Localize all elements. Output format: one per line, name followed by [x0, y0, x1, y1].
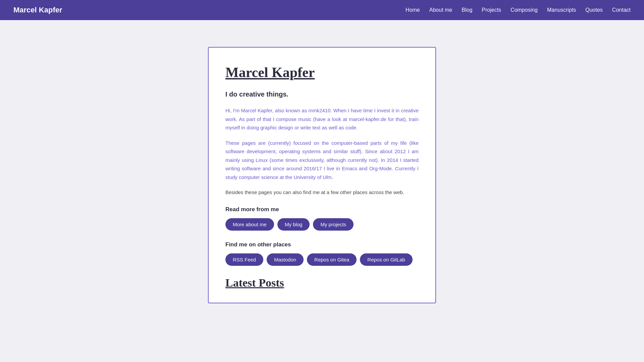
site-title: Marcel Kapfer	[13, 6, 62, 14]
nav-item-blog[interactable]: Blog	[462, 7, 472, 13]
tagline: I do creative things.	[225, 90, 419, 98]
nav-item-manuscripts[interactable]: Manuscripts	[547, 7, 576, 13]
read-more-buttons: More about meMy blogMy projects	[225, 218, 419, 231]
find-me-heading: Find me on other places	[225, 241, 419, 248]
nav-item-quotes[interactable]: Quotes	[585, 7, 603, 13]
btn-my-blog[interactable]: My blog	[277, 218, 310, 231]
btn-mastodon[interactable]: Mastodon	[267, 253, 304, 266]
nav-item-about-me[interactable]: About me	[429, 7, 452, 13]
btn-my-projects[interactable]: My projects	[313, 218, 354, 231]
intro-paragraph-1: Hi, I'm Marcel Kapfer, also known as mmk…	[225, 106, 419, 132]
site-header: Marcel Kapfer HomeAbout meBlogProjectsCo…	[0, 0, 644, 20]
btn-repos-on-gitlab[interactable]: Repos on GitLab	[360, 253, 413, 266]
page-content: Marcel Kapfer I do creative things. Hi, …	[0, 20, 644, 330]
btn-more-about-me[interactable]: More about me	[225, 218, 274, 231]
page-title: Marcel Kapfer	[225, 64, 419, 80]
nav-item-home[interactable]: Home	[406, 7, 420, 13]
main-nav: HomeAbout meBlogProjectsComposingManuscr…	[406, 7, 631, 13]
read-more-heading: Read more from me	[225, 206, 419, 213]
latest-posts-heading: Latest Posts	[225, 277, 419, 289]
intro-paragraph-3: Besides these pages you can also find me…	[225, 188, 419, 197]
nav-item-projects[interactable]: Projects	[482, 7, 501, 13]
main-card: Marcel Kapfer I do creative things. Hi, …	[208, 47, 436, 303]
nav-item-contact[interactable]: Contact	[612, 7, 631, 13]
intro-paragraph-2: These pages are (currently) focused on t…	[225, 139, 419, 182]
nav-item-composing[interactable]: Composing	[511, 7, 538, 13]
btn-rss-feed[interactable]: RSS Feed	[225, 253, 263, 266]
btn-repos-on-gitea[interactable]: Repos on Gitea	[307, 253, 357, 266]
find-me-buttons: RSS FeedMastodonRepos on GiteaRepos on G…	[225, 253, 419, 266]
